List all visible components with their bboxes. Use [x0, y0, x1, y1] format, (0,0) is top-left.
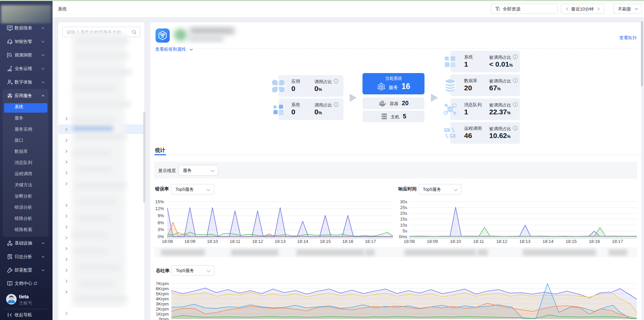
svg-text:3%: 3% [158, 227, 164, 232]
svg-text:25s: 25s [400, 205, 407, 210]
svg-text:18:14: 18:14 [543, 239, 554, 244]
svg-text:18:16: 18:16 [342, 239, 354, 244]
svg-text:6Krpm: 6Krpm [156, 286, 169, 291]
svg-text:12%: 12% [155, 206, 164, 211]
svg-text:18:15: 18:15 [566, 239, 577, 244]
svg-text:9%: 9% [158, 213, 164, 218]
svg-text:18:10: 18:10 [207, 239, 218, 244]
svg-text:18:12: 18:12 [496, 239, 507, 244]
svg-text:18:17: 18:17 [612, 239, 623, 244]
svg-text:4Krpm: 4Krpm [156, 296, 169, 301]
svg-text:18:10: 18:10 [450, 239, 461, 244]
svg-text:18:16: 18:16 [589, 239, 600, 244]
svg-text:3Krpm: 3Krpm [156, 301, 169, 306]
svg-text:5Krpm: 5Krpm [156, 291, 169, 296]
svg-text:18:09: 18:09 [427, 239, 438, 244]
svg-text:18:08: 18:08 [162, 239, 173, 244]
svg-text:18:11: 18:11 [230, 239, 241, 244]
svg-text:5s: 5s [402, 228, 407, 233]
svg-text:15%: 15% [155, 199, 164, 204]
svg-text:18:08: 18:08 [404, 239, 415, 244]
svg-text:18:12: 18:12 [252, 239, 263, 244]
svg-text:18:13: 18:13 [519, 239, 531, 244]
svg-text:10s: 10s [400, 223, 407, 228]
svg-text:18:09: 18:09 [184, 239, 195, 244]
svg-text:20s: 20s [400, 211, 407, 216]
svg-text:0rpm: 0rpm [159, 317, 169, 320]
svg-text:0ms: 0ms [399, 234, 407, 239]
svg-text:1Krpm: 1Krpm [156, 312, 169, 317]
svg-text:15s: 15s [400, 216, 407, 222]
svg-text:18:13: 18:13 [275, 239, 286, 244]
svg-text:18:17: 18:17 [365, 239, 376, 244]
svg-text:18:15: 18:15 [320, 239, 331, 244]
svg-text:30s: 30s [400, 199, 407, 204]
svg-text:0%: 0% [158, 234, 164, 239]
svg-text:18:11: 18:11 [473, 239, 484, 244]
svg-text:18:14: 18:14 [297, 239, 308, 244]
svg-text:6%: 6% [158, 220, 164, 225]
svg-text:2Krpm: 2Krpm [156, 306, 169, 312]
svg-text:7Krpm: 7Krpm [156, 281, 169, 286]
